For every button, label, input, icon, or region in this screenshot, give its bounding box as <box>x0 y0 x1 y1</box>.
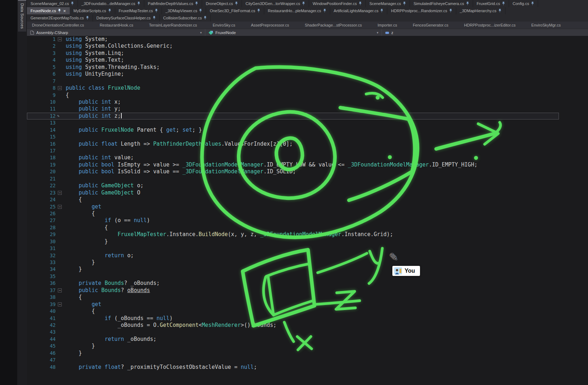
code-line[interactable]: 3using System.Linq; <box>27 50 559 57</box>
code-line[interactable]: 25− get <box>27 203 559 210</box>
pin-icon[interactable] <box>323 9 326 13</box>
code-line[interactable]: 44 return _oBounds; <box>27 336 559 343</box>
data-sources-tab[interactable]: Data Sources <box>18 0 26 32</box>
file-tab[interactable]: Importer.cs <box>374 22 401 29</box>
code-line[interactable]: 12✎ public int z; <box>27 113 559 119</box>
file-tab[interactable]: TerrainLayerRandomizer.cs <box>145 22 201 29</box>
code-line[interactable]: 5using System.Threading.Tasks; <box>27 64 559 71</box>
code-line[interactable]: 4using System.Text; <box>27 57 559 64</box>
code-line[interactable]: 16 public float Length => PathfinderDept… <box>27 141 559 147</box>
file-tab[interactable]: SimulatedFisheyeCamera.cs <box>410 0 473 7</box>
file-tab[interactable]: OneSec3D_FileFormat.cs <box>206 7 264 14</box>
code-line[interactable]: 2using System.Collections.Generic; <box>27 43 559 50</box>
pin-icon[interactable] <box>502 1 505 6</box>
code-line[interactable]: 47 <box>27 357 559 363</box>
pin-icon[interactable] <box>58 9 61 13</box>
code-line[interactable]: 17 <box>27 147 559 154</box>
code-line[interactable]: 9{ <box>27 92 559 99</box>
file-tab[interactable]: CollisionSubscriber.cs <box>160 14 211 22</box>
file-tab[interactable]: MyEditorScripts.cs <box>70 7 115 14</box>
pin-icon[interactable] <box>380 9 383 13</box>
code-line[interactable]: 22 public GameObject o; <box>27 182 559 189</box>
file-tab[interactable]: HDRPPostproc...Randomizer.cs <box>387 7 456 14</box>
file-tab[interactable]: FruxelGrid.cs <box>473 0 509 7</box>
pin-icon[interactable] <box>71 1 74 6</box>
code-line[interactable]: 36 private Bounds? _oBounds; <box>27 280 559 287</box>
code-line[interactable]: 38 { <box>27 294 559 301</box>
pin-icon[interactable] <box>466 1 469 6</box>
code-line[interactable]: 48 private float? _proximityToClosestObs… <box>27 364 559 371</box>
code-line[interactable]: 37− public Bounds? oBounds <box>27 287 559 294</box>
file-tab[interactable]: _3DFoundatio...delManager.cs <box>78 0 144 7</box>
type-dropdown[interactable]: FruxelNode ▾ <box>205 29 382 36</box>
file-tab[interactable]: EnviroSky.cs <box>209 22 239 29</box>
code-line[interactable]: 40 { <box>27 308 559 315</box>
code-line[interactable]: 10 public int x; <box>27 99 559 105</box>
file-tab[interactable]: FruxelMapTester.cs <box>115 7 162 14</box>
pin-icon[interactable] <box>257 9 260 13</box>
pin-icon[interactable] <box>199 9 202 13</box>
code-line[interactable]: 28 { <box>27 224 559 231</box>
file-tab[interactable]: DeliverySurfaceClassHelper.cs <box>93 14 160 22</box>
pin-icon[interactable] <box>302 1 305 6</box>
file-tab[interactable]: RestaurantHo...pleManager.cs <box>264 7 330 14</box>
code-line[interactable]: 11 public int y; <box>27 105 559 112</box>
file-tab[interactable]: ShaderPackage...stProcessor.cs <box>301 22 365 29</box>
file-tab[interactable]: WindowPositionFinder.cs <box>309 0 366 7</box>
file-tab[interactable]: SceneManager.cs <box>366 0 410 7</box>
project-dropdown[interactable]: Assembly-CSharp ▾ <box>27 29 205 36</box>
file-tab[interactable]: HDRPPostproc...izerEditor.cs <box>461 22 519 29</box>
file-tab[interactable]: _3DMapHierarchy.cs <box>456 7 505 14</box>
file-tab[interactable]: AssetPreprocessor.cs <box>247 22 293 29</box>
file-tab[interactable]: FencesGenerator.cs <box>409 22 452 29</box>
code-line[interactable]: 42 _oBounds = O.GetComponent<MeshRendere… <box>27 322 559 329</box>
code-line[interactable]: 32 return o; <box>27 252 559 259</box>
file-tab[interactable]: ArtificialLightsManager.cs <box>330 7 388 14</box>
file-tab[interactable]: _3DMapViewer.cs <box>162 7 206 14</box>
code-line[interactable]: 13 <box>27 119 559 126</box>
fold-gutter[interactable]: − <box>56 85 66 91</box>
pin-icon[interactable] <box>498 9 501 13</box>
fold-gutter[interactable]: − <box>56 203 66 210</box>
pin-icon[interactable] <box>403 1 406 6</box>
pin-icon[interactable] <box>153 16 156 20</box>
file-tab[interactable]: PathfinderDepthValues.cs <box>144 0 202 7</box>
pin-icon[interactable] <box>235 1 238 6</box>
fold-gutter[interactable]: − <box>56 287 66 294</box>
file-tab[interactable]: FruxelNode.cs× <box>27 7 70 14</box>
fold-collapse-icon[interactable]: − <box>58 205 62 209</box>
fold-gutter[interactable]: − <box>56 301 66 308</box>
file-tab[interactable]: SceneManager_02.cs <box>27 0 78 7</box>
fold-gutter[interactable]: − <box>56 36 66 43</box>
pin-icon[interactable] <box>531 1 534 6</box>
code-line[interactable]: 1−using System; <box>27 36 559 43</box>
fold-collapse-icon[interactable]: − <box>58 191 62 195</box>
code-line[interactable]: 33 } <box>27 259 559 266</box>
code-line[interactable]: 7 <box>27 78 559 85</box>
file-tab[interactable]: CityGen3DGen...torWrapper.cs <box>242 0 309 7</box>
code-line[interactable]: 26 { <box>27 210 559 217</box>
code-line[interactable]: 35 <box>27 273 559 280</box>
code-line[interactable]: 34 } <box>27 266 559 273</box>
code-line[interactable]: 20 public bool IsSolid => value == _3DFo… <box>27 168 559 175</box>
code-line[interactable]: 29 FruxelMapTester.Instance.BuildNode(x,… <box>27 231 559 238</box>
pin-icon[interactable] <box>204 16 207 20</box>
member-dropdown[interactable]: z <box>382 29 397 36</box>
pin-icon[interactable] <box>86 16 89 20</box>
pin-icon[interactable] <box>155 9 158 13</box>
fold-collapse-icon[interactable]: − <box>58 302 62 306</box>
pin-icon[interactable] <box>195 1 198 6</box>
code-line[interactable]: 19 public bool IsEmpty => value >= _3DFo… <box>27 161 559 168</box>
file-tab[interactable]: DroneOrientationController.cs <box>28 22 88 29</box>
code-line[interactable]: 45 } <box>27 343 559 349</box>
fold-collapse-icon[interactable]: − <box>58 37 62 41</box>
pin-icon[interactable] <box>449 9 452 13</box>
code-line[interactable]: 15 <box>27 133 559 140</box>
fold-gutter[interactable]: − <box>56 189 66 196</box>
code-line[interactable]: 6using UnityEngine; <box>27 71 559 78</box>
pin-icon[interactable] <box>108 9 111 13</box>
code-line[interactable]: 24 { <box>27 196 559 203</box>
file-tab[interactable]: EnviroSkyMgr.cs <box>528 22 564 29</box>
code-line[interactable]: 41 if (_oBounds == null) <box>27 315 559 322</box>
code-line[interactable]: 18 public int value; <box>27 154 559 161</box>
